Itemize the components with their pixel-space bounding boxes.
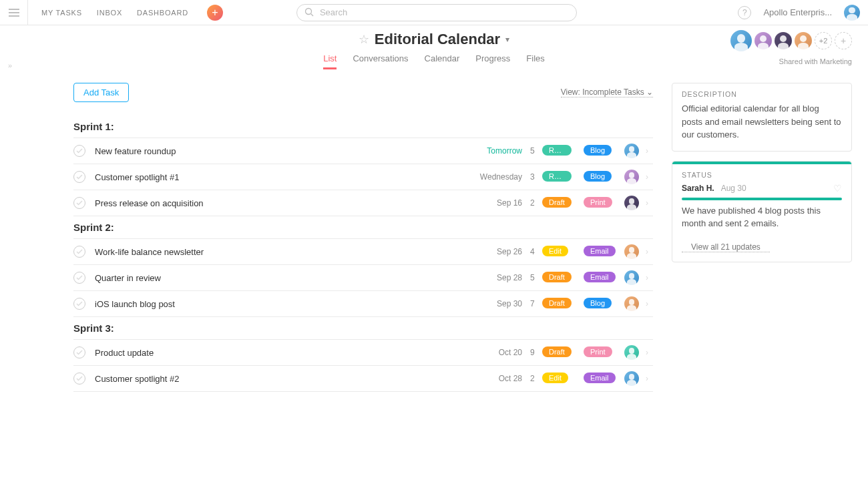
- task-row[interactable]: Work-life balance newsletterSep 264EditE…: [73, 239, 653, 265]
- project-tabs: List Conversations Calendar Progress Fil…: [0, 53, 868, 69]
- task-name[interactable]: Customer spotlight #1: [95, 172, 466, 182]
- task-details-chevron-icon[interactable]: ›: [641, 198, 653, 208]
- task-details-chevron-icon[interactable]: ›: [641, 172, 653, 182]
- task-row[interactable]: New feature roundupTomorrow5Rea...Blog›: [73, 138, 653, 164]
- like-heart-icon[interactable]: ♡: [833, 183, 842, 194]
- member-avatar[interactable]: [754, 32, 772, 49]
- help-icon[interactable]: ?: [738, 6, 751, 19]
- task-tag[interactable]: Draft: [542, 298, 572, 308]
- tab-progress[interactable]: Progress: [475, 53, 510, 69]
- task-details-chevron-icon[interactable]: ›: [641, 299, 653, 308]
- favorite-star-icon[interactable]: ☆: [359, 32, 369, 47]
- search-input[interactable]: [296, 4, 577, 21]
- task-tag[interactable]: Email: [584, 272, 616, 282]
- task-assignee-avatar[interactable]: [624, 270, 639, 285]
- complete-checkbox[interactable]: [73, 246, 85, 258]
- member-avatar[interactable]: [775, 32, 792, 49]
- task-assignee-avatar[interactable]: [624, 244, 639, 259]
- task-tag[interactable]: Blog: [584, 298, 612, 308]
- task-row[interactable]: Customer spotlight #2Oct 282EditEmail›: [73, 366, 653, 392]
- task-name[interactable]: iOS launch blog post: [95, 299, 466, 309]
- task-tag[interactable]: Edit: [542, 246, 568, 256]
- section-title[interactable]: Sprint 3:: [73, 317, 653, 340]
- task-name[interactable]: Work-life balance newsletter: [95, 247, 466, 257]
- task-subtask-count: 3: [522, 172, 542, 182]
- view-filter[interactable]: View: Incomplete Tasks ⌄: [561, 87, 653, 97]
- expand-sidebar-icon[interactable]: »: [8, 61, 12, 69]
- task-row[interactable]: Customer spotlight #1Wednesday3Rea...Blo…: [73, 164, 653, 190]
- task-row[interactable]: iOS launch blog postSep 307DraftBlog›: [73, 291, 653, 317]
- add-member-button[interactable]: +: [835, 32, 852, 49]
- task-tag[interactable]: Rea...: [542, 145, 572, 156]
- complete-checkbox[interactable]: [73, 272, 85, 284]
- task-assignee-avatar[interactable]: [624, 371, 639, 386]
- tab-conversations[interactable]: Conversations: [353, 53, 408, 69]
- workspace-switcher[interactable]: Apollo Enterpris...: [763, 7, 832, 17]
- member-avatar[interactable]: [795, 32, 812, 49]
- tab-list[interactable]: List: [323, 53, 337, 69]
- member-overflow-count[interactable]: +2: [815, 32, 832, 49]
- task-tag[interactable]: Edit: [542, 373, 568, 383]
- task-assignee-avatar[interactable]: [624, 144, 639, 158]
- nav-my-tasks[interactable]: MY TASKS: [41, 9, 82, 17]
- task-name[interactable]: Quarter in review: [95, 273, 466, 283]
- complete-checkbox[interactable]: [73, 298, 85, 310]
- task-details-chevron-icon[interactable]: ›: [641, 348, 653, 357]
- chevron-down-icon: ⌄: [646, 87, 653, 97]
- complete-checkbox[interactable]: [73, 145, 85, 157]
- task-tag[interactable]: Blog: [584, 145, 612, 156]
- task-name[interactable]: Product update: [95, 348, 466, 358]
- task-tag[interactable]: Email: [584, 373, 616, 383]
- task-tag[interactable]: Print: [584, 197, 612, 208]
- task-tag[interactable]: Draft: [542, 346, 572, 357]
- task-subtask-count: 4: [522, 247, 542, 256]
- task-panel: Add Task View: Incomplete Tasks ⌄ Sprint…: [73, 83, 653, 392]
- add-task-button[interactable]: Add Task: [73, 83, 129, 102]
- tab-calendar[interactable]: Calendar: [425, 53, 460, 69]
- task-tag[interactable]: Print: [584, 346, 612, 357]
- complete-checkbox[interactable]: [73, 373, 85, 385]
- complete-checkbox[interactable]: [73, 197, 85, 209]
- task-assignee-avatar[interactable]: [624, 170, 639, 184]
- complete-checkbox[interactable]: [73, 346, 85, 358]
- task-tag[interactable]: Email: [584, 246, 616, 256]
- global-add-button[interactable]: +: [207, 5, 223, 21]
- status-label: STATUS: [672, 164, 851, 183]
- section-title[interactable]: Sprint 2:: [73, 216, 653, 239]
- task-tag[interactable]: Draft: [542, 272, 572, 282]
- section-title[interactable]: Sprint 1:: [73, 115, 653, 138]
- nav-inbox[interactable]: INBOX: [97, 9, 122, 17]
- task-name[interactable]: Press release on acquisition: [95, 198, 466, 208]
- task-row[interactable]: Press release on acquisitionSep 162Draft…: [73, 190, 653, 216]
- task-due-date: Tomorrow: [466, 146, 522, 156]
- task-row[interactable]: Quarter in reviewSep 285DraftEmail›: [73, 265, 653, 291]
- project-menu-caret-icon[interactable]: ▾: [505, 35, 509, 44]
- view-all-updates-link[interactable]: View all 21 updates: [682, 240, 770, 252]
- task-assignee-avatar[interactable]: [624, 196, 639, 210]
- description-label: DESCRIPTION: [672, 83, 851, 102]
- task-subtask-count: 2: [522, 198, 542, 208]
- task-tag[interactable]: Rea...: [542, 171, 572, 182]
- project-title: Editorial Calendar: [375, 31, 500, 48]
- task-details-chevron-icon[interactable]: ›: [641, 374, 653, 383]
- current-user-avatar[interactable]: [844, 5, 860, 21]
- task-subtask-count: 5: [522, 273, 542, 282]
- task-details-chevron-icon[interactable]: ›: [641, 247, 653, 256]
- task-details-chevron-icon[interactable]: ›: [641, 146, 653, 156]
- description-card: DESCRIPTION Official editorial calendar …: [672, 83, 852, 152]
- tab-files[interactable]: Files: [526, 53, 544, 69]
- task-assignee-avatar[interactable]: [624, 296, 639, 311]
- task-details-chevron-icon[interactable]: ›: [641, 273, 653, 282]
- member-avatar[interactable]: [730, 30, 752, 51]
- task-subtask-count: 2: [522, 374, 542, 383]
- hamburger-icon[interactable]: [0, 0, 28, 25]
- task-assignee-avatar[interactable]: [624, 345, 639, 360]
- nav-dashboard[interactable]: DASHBOARD: [137, 9, 188, 17]
- task-tag[interactable]: Blog: [584, 171, 612, 182]
- task-row[interactable]: Product updateOct 209DraftPrint›: [73, 340, 653, 366]
- complete-checkbox[interactable]: [73, 171, 85, 183]
- task-name[interactable]: New feature roundup: [95, 146, 466, 156]
- task-tag[interactable]: Draft: [542, 197, 572, 208]
- task-due-date: Wednesday: [466, 172, 522, 182]
- task-name[interactable]: Customer spotlight #2: [95, 374, 466, 384]
